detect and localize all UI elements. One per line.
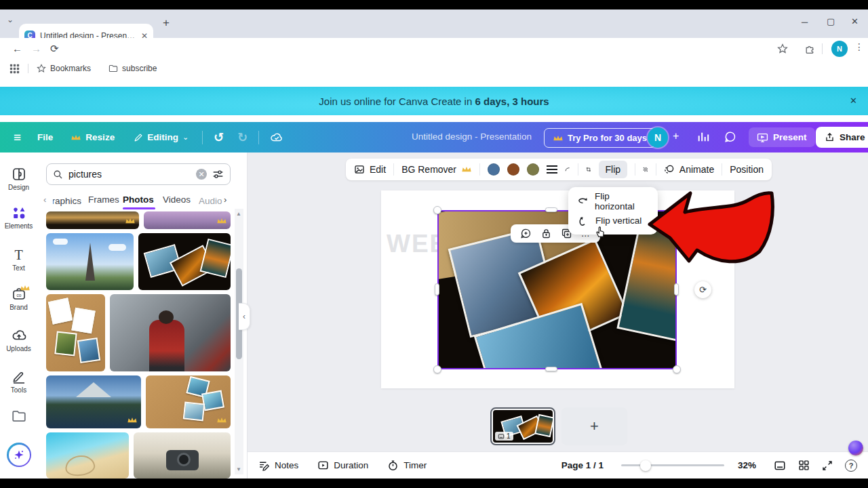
window-minimize-button[interactable]: ─: [802, 17, 808, 27]
sidebar-item-text[interactable]: T Text: [0, 247, 37, 272]
photo-dark-field-sunset[interactable]: [46, 211, 139, 229]
filter-icon[interactable]: [212, 169, 224, 180]
lock-icon[interactable]: [540, 228, 552, 239]
resize-menu[interactable]: Resize: [71, 132, 115, 143]
resize-handle-bottom-right[interactable]: [673, 365, 681, 373]
back-icon[interactable]: ←: [12, 43, 22, 54]
resize-handle-top-left[interactable]: [433, 206, 441, 214]
search-bar[interactable]: pictures ✕: [46, 163, 231, 185]
help-button[interactable]: ?: [845, 460, 857, 472]
sidebar-item-brand[interactable]: Brand: [0, 287, 37, 311]
tabs-scroll-left-icon[interactable]: ‹: [43, 195, 46, 205]
timer-button[interactable]: Timer: [387, 460, 427, 471]
sidebar-item-tools[interactable]: Tools: [0, 369, 37, 394]
comments-icon[interactable]: [724, 131, 736, 143]
scroll-up-icon[interactable]: ▲: [236, 211, 241, 217]
tab-photos[interactable]: Photos: [123, 195, 154, 205]
position-button[interactable]: Position: [730, 164, 764, 175]
window-close-button[interactable]: ✕: [851, 16, 859, 26]
comment-icon[interactable]: [520, 228, 532, 239]
photo-heart-in-sand-beach[interactable]: [46, 432, 129, 479]
panel-collapse-handle[interactable]: ‹: [239, 303, 250, 330]
undo-button[interactable]: ↺: [214, 130, 224, 145]
search-input[interactable]: pictures: [68, 169, 191, 180]
bookmark-star-icon[interactable]: [777, 43, 788, 54]
animate-button[interactable]: Animate: [664, 164, 714, 175]
tabs-scroll-right-icon[interactable]: ›: [224, 195, 226, 205]
sidebar-item-design[interactable]: Design: [0, 167, 37, 191]
tab-frames[interactable]: Frames: [88, 195, 119, 205]
bookmarks-item[interactable]: Bookmarks: [37, 64, 91, 73]
presentation-view-icon[interactable]: [774, 460, 786, 472]
flip-vertical-item[interactable]: Flip vertical: [568, 211, 658, 230]
menu-icon[interactable]: ≡: [14, 130, 21, 145]
new-tab-button[interactable]: +: [163, 16, 170, 30]
bookmark-folder-subscribe[interactable]: subscribe: [108, 64, 157, 73]
reload-icon[interactable]: ⟳: [50, 43, 59, 55]
browser-profile-avatar[interactable]: N: [831, 41, 848, 57]
banner-close-icon[interactable]: ✕: [850, 96, 857, 106]
tab-search-icon[interactable]: ⌄: [7, 15, 14, 24]
resize-handle-bottom[interactable]: [545, 367, 557, 371]
tab-videos[interactable]: Videos: [163, 195, 191, 205]
flip-button[interactable]: Flip: [599, 161, 628, 178]
window-maximize-button[interactable]: ▢: [827, 16, 835, 26]
editing-mode-menu[interactable]: Editing ⌄: [134, 132, 189, 142]
notes-button[interactable]: Notes: [258, 460, 298, 471]
add-member-button[interactable]: +: [673, 130, 679, 142]
transparency-icon[interactable]: [643, 164, 648, 175]
crop-icon[interactable]: [586, 164, 591, 175]
edit-button[interactable]: Edit: [354, 164, 386, 175]
photo-photographer-red-jacket[interactable]: [110, 294, 231, 371]
photo-mountain-lake-reflection[interactable]: [46, 375, 141, 428]
chat-widget-button[interactable]: [848, 441, 863, 455]
canva-assistant-button[interactable]: [7, 443, 31, 467]
rotate-handle[interactable]: ⟳: [694, 281, 711, 298]
color-swatch-blue[interactable]: [488, 163, 500, 176]
zoom-slider[interactable]: [621, 464, 724, 466]
try-pro-button[interactable]: Try Pro for 30 days: [544, 128, 656, 148]
scroll-down-icon[interactable]: ▼: [236, 466, 241, 472]
photo-polaroids-corkboard[interactable]: [46, 294, 105, 371]
forward-icon[interactable]: →: [31, 43, 41, 54]
resize-handle-left[interactable]: [435, 283, 439, 296]
resize-handle-bottom-left[interactable]: [433, 365, 441, 373]
text-icon: T: [14, 247, 22, 262]
sidebar-item-projects[interactable]: [0, 409, 37, 424]
photo-lavender-field[interactable]: [144, 211, 231, 229]
clear-search-icon[interactable]: ✕: [196, 169, 207, 180]
tab-graphics[interactable]: Graphics: [53, 195, 81, 207]
grid-view-icon[interactable]: [798, 460, 810, 471]
redo-button[interactable]: ↻: [237, 130, 248, 145]
curve-icon[interactable]: [565, 164, 570, 175]
share-button[interactable]: Share: [816, 127, 868, 148]
document-title[interactable]: Untitled design - Presentation: [412, 131, 532, 142]
color-swatch-olive[interactable]: [527, 163, 539, 176]
present-button[interactable]: Present: [749, 127, 815, 147]
file-menu[interactable]: File: [37, 132, 53, 142]
user-avatar[interactable]: N: [648, 127, 668, 148]
browser-menu-icon[interactable]: ⋮: [854, 41, 864, 52]
tab-audio[interactable]: Audio: [199, 195, 223, 207]
page-thumbnail[interactable]: 1: [490, 407, 555, 445]
resize-handle-right[interactable]: [674, 283, 679, 296]
photo-corkboard-photos[interactable]: [146, 375, 231, 428]
extensions-icon[interactable]: [804, 43, 815, 54]
bg-remover-button[interactable]: BG Remover: [401, 164, 472, 175]
line-weight-icon[interactable]: [547, 165, 557, 174]
resize-handle-top[interactable]: [545, 207, 557, 212]
projects-folder-icon: [12, 409, 26, 424]
sidebar-item-uploads[interactable]: Uploads: [0, 328, 37, 352]
sidebar-item-elements[interactable]: Elements: [0, 205, 37, 230]
add-page-button[interactable]: +: [561, 407, 627, 445]
zoom-slider-thumb[interactable]: [640, 460, 651, 471]
photo-collage[interactable]: [138, 233, 231, 290]
flip-horizontal-item[interactable]: Flip horizontal: [568, 191, 658, 211]
duration-button[interactable]: Duration: [317, 460, 368, 471]
fullscreen-icon[interactable]: [822, 460, 833, 471]
insights-chart-icon[interactable]: [697, 131, 709, 143]
photo-person-with-camera[interactable]: [134, 432, 231, 479]
apps-grid-icon[interactable]: [9, 64, 20, 74]
photo-eiffel-tower[interactable]: [46, 233, 134, 290]
color-swatch-brown[interactable]: [507, 163, 519, 176]
